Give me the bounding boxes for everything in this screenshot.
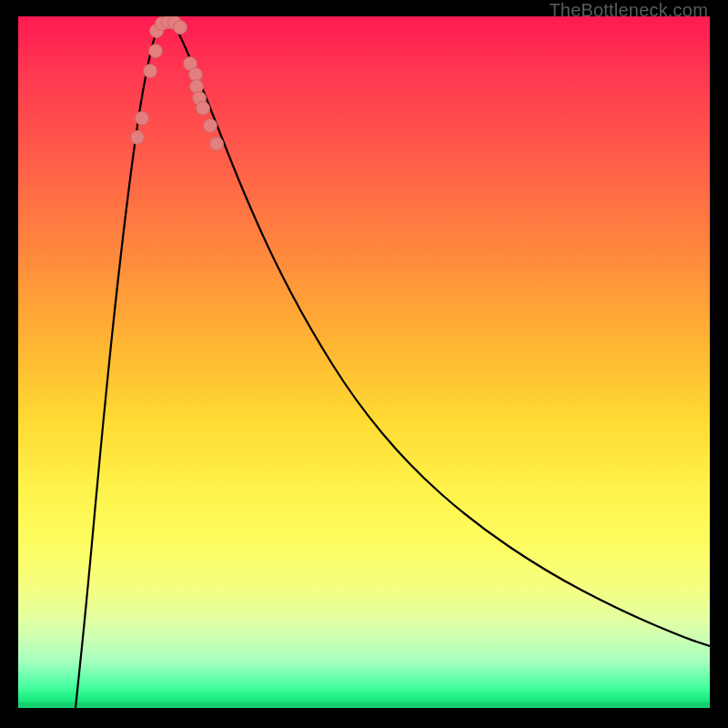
curve-right-branch bbox=[167, 16, 711, 646]
data-dot bbox=[190, 80, 204, 94]
data-dot bbox=[131, 131, 145, 145]
data-dot bbox=[174, 21, 187, 35]
data-dot bbox=[149, 45, 163, 58]
data-dot bbox=[136, 112, 149, 126]
data-dot bbox=[204, 119, 217, 133]
data-dot bbox=[210, 137, 224, 151]
curve-layer bbox=[18, 16, 710, 708]
data-dot bbox=[197, 102, 210, 116]
chart-frame bbox=[18, 16, 710, 708]
curve-left-branch bbox=[76, 16, 167, 708]
data-dot bbox=[144, 65, 157, 78]
watermark-text: TheBottleneck.com bbox=[549, 0, 708, 21]
